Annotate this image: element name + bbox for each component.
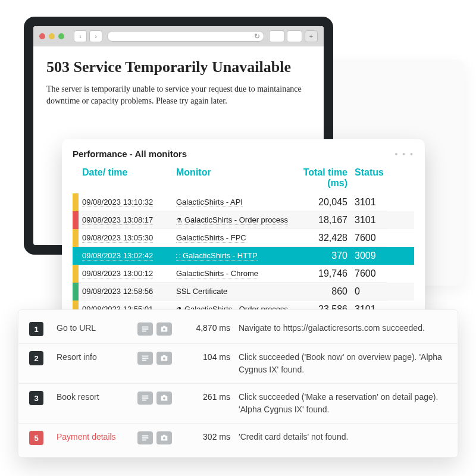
reload-icon[interactable]: ↻ — [254, 32, 260, 40]
step-row[interactable]: 1Go to URL4,870 msNavigate to https://ga… — [18, 315, 458, 343]
performance-title: Performance - All monitors — [73, 149, 187, 159]
cell-status: 3101 — [351, 211, 387, 229]
table-row[interactable]: 09/08/2023 13:05:30GalacticShirts - FPC3… — [73, 229, 414, 247]
step-action-icons — [137, 322, 184, 336]
step-row[interactable]: 3Book resort261 msClick succeeded ('Make… — [18, 383, 458, 423]
camera-icon[interactable] — [156, 322, 172, 336]
camera-icon[interactable] — [156, 392, 172, 405]
cell-datetime: 09/08/2023 13:00:12 — [79, 265, 173, 283]
step-number-badge: 1 — [29, 322, 43, 336]
cell-datetime: 09/08/2023 13:05:30 — [79, 229, 173, 247]
step-duration: 4,870 ms — [187, 322, 235, 333]
svg-rect-13 — [142, 437, 149, 439]
toolbar-button-2[interactable] — [287, 30, 302, 42]
cell-monitor[interactable]: SSL Certificate — [173, 283, 298, 300]
camera-icon[interactable] — [156, 352, 172, 365]
svg-rect-10 — [142, 400, 146, 401]
step-name: Book resort — [57, 391, 134, 402]
table-row[interactable]: 09/08/2023 13:10:32GalacticShirts - API2… — [73, 193, 414, 211]
step-duration: 302 ms — [187, 431, 235, 441]
step-duration: 104 ms — [187, 351, 235, 362]
cell-monitor[interactable]: ⚗GalacticShirts - Order process — [173, 211, 298, 229]
grid-icon: ⸬ — [176, 252, 180, 259]
status-color-chip — [73, 211, 79, 229]
cell-datetime: 09/08/2023 13:02:42 — [79, 247, 173, 265]
status-color-chip — [73, 265, 79, 283]
transaction-steps-card: 1Go to URL4,870 msNavigate to https://ga… — [18, 309, 458, 458]
table-row[interactable]: 09/08/2023 12:58:56SSL Certificate8600 — [73, 283, 414, 300]
cell-datetime: 09/08/2023 13:08:17 — [79, 211, 173, 229]
toolbar-button-1[interactable] — [269, 30, 284, 42]
minimize-icon[interactable] — [49, 33, 55, 39]
step-description: Navigate to https://galacticresorts.com … — [239, 322, 447, 334]
status-color-chip — [73, 283, 79, 300]
close-icon[interactable] — [39, 33, 45, 39]
svg-rect-6 — [142, 360, 146, 361]
log-icon[interactable] — [137, 352, 153, 365]
svg-rect-0 — [142, 327, 149, 328]
address-bar[interactable]: ↻ — [107, 31, 264, 42]
step-number-badge: 3 — [29, 391, 43, 405]
col-status[interactable]: Status — [351, 165, 387, 193]
back-button[interactable]: ‹ — [74, 30, 87, 42]
cell-total-time: 19,746 — [298, 265, 351, 283]
cell-monitor[interactable]: ⸬GalacticShirts - HTTP — [173, 247, 298, 265]
step-description: Click succeeded ('Book now' on overview … — [239, 351, 447, 376]
step-number-badge: 2 — [29, 351, 43, 365]
svg-point-7 — [163, 357, 165, 359]
svg-rect-8 — [142, 396, 149, 397]
step-action-icons — [137, 351, 184, 365]
svg-rect-9 — [142, 397, 149, 399]
cell-status: 3009 — [351, 247, 387, 265]
log-icon[interactable] — [137, 392, 153, 405]
step-action-icons — [137, 391, 184, 405]
table-row[interactable]: 09/08/2023 13:02:42⸬GalacticShirts - HTT… — [73, 247, 414, 265]
step-description: Click succeeded ('Make a reservation' on… — [239, 391, 447, 416]
error-title: 503 Service Temporarily Unavailable — [46, 58, 311, 76]
cell-monitor[interactable]: GalacticShirts - Chrome — [173, 265, 298, 283]
cell-total-time: 370 — [298, 247, 351, 265]
status-color-chip — [73, 229, 79, 247]
cell-total-time: 32,428 — [298, 229, 351, 247]
svg-point-15 — [163, 437, 165, 439]
status-color-chip — [73, 247, 79, 265]
col-monitor[interactable]: Monitor — [173, 165, 298, 193]
table-row[interactable]: 09/08/2023 13:08:17⚗GalacticShirts - Ord… — [73, 211, 414, 229]
performance-card: Performance - All monitors • • • Date/ t… — [62, 139, 425, 323]
table-row[interactable]: 09/08/2023 13:00:12GalacticShirts - Chro… — [73, 265, 414, 283]
step-duration: 261 ms — [187, 391, 235, 402]
cell-total-time: 18,167 — [298, 211, 351, 229]
error-body-text: The server is temporarily unable to serv… — [46, 83, 308, 107]
new-tab-button[interactable]: + — [305, 30, 318, 42]
svg-rect-4 — [142, 356, 149, 357]
cell-total-time: 860 — [298, 283, 351, 300]
cell-status: 0 — [351, 283, 387, 300]
svg-point-11 — [163, 397, 165, 399]
flask-icon: ⚗ — [176, 217, 182, 224]
svg-rect-1 — [142, 328, 149, 330]
step-name: Go to URL — [57, 322, 134, 333]
log-icon[interactable] — [137, 431, 153, 444]
more-menu-icon[interactable]: • • • — [395, 149, 414, 159]
step-number-badge: 5 — [29, 431, 43, 445]
cell-status: 7600 — [351, 265, 387, 283]
step-row[interactable]: 5Payment details302 ms'Credit card detai… — [18, 423, 458, 452]
svg-point-3 — [163, 328, 165, 330]
col-datetime[interactable]: Date/ time — [79, 165, 173, 193]
cell-status: 3101 — [351, 193, 387, 211]
cell-monitor[interactable]: GalacticShirts - API — [173, 193, 298, 211]
cell-monitor[interactable]: GalacticShirts - FPC — [173, 229, 298, 247]
svg-rect-2 — [142, 331, 146, 332]
camera-icon[interactable] — [156, 431, 172, 444]
status-color-chip — [73, 193, 79, 211]
cell-total-time: 20,045 — [298, 193, 351, 211]
col-total-time[interactable]: Total time (ms) — [298, 165, 351, 193]
forward-button[interactable]: › — [89, 30, 102, 42]
maximize-icon[interactable] — [58, 33, 64, 39]
svg-rect-5 — [142, 358, 149, 359]
step-row[interactable]: 2Resort info104 msClick succeeded ('Book… — [18, 343, 458, 383]
step-name: Payment details — [57, 431, 134, 441]
cell-datetime: 09/08/2023 13:10:32 — [79, 193, 173, 211]
svg-rect-12 — [142, 436, 149, 437]
log-icon[interactable] — [137, 322, 153, 336]
